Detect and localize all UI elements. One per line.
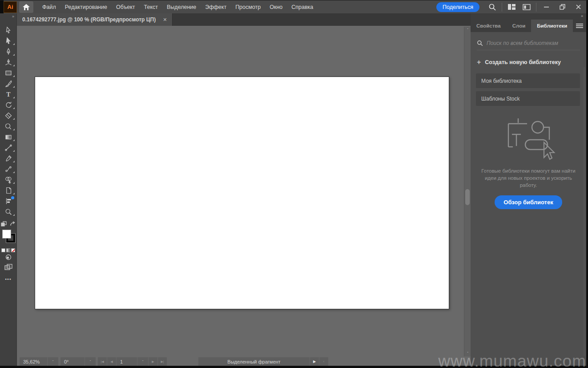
zoom-level-field[interactable]: 35,62% <box>20 357 47 366</box>
screen-mode-button[interactable] <box>0 262 17 272</box>
panel-scrollbar[interactable] <box>584 67 585 356</box>
rotation-dropdown-icon[interactable]: ˇ <box>85 357 96 366</box>
library-search-input[interactable] <box>487 40 576 46</box>
screen-mode-icon <box>4 264 12 271</box>
swap-mini-icon[interactable] <box>1 221 7 227</box>
home-button[interactable] <box>19 1 33 13</box>
width-tool[interactable] <box>0 142 17 153</box>
artboard-dropdown-icon[interactable]: ˇ <box>137 357 148 366</box>
panel-tabs: СвойстваСлоиБиблиотеки <box>471 20 573 32</box>
rotation-field[interactable]: 0° <box>60 357 85 366</box>
menu-item-file[interactable]: Файл <box>38 0 60 14</box>
search-icon <box>477 40 483 46</box>
status-play-icon[interactable]: ▶ <box>310 357 319 366</box>
scrollbar-thumb[interactable] <box>465 189 470 205</box>
workspace-icon <box>523 4 531 10</box>
scroll-down-icon[interactable]: ˇ <box>464 350 471 356</box>
gradient-swatch-button[interactable] <box>6 248 10 252</box>
minimize-button[interactable] <box>538 0 554 14</box>
first-artboard-icon[interactable]: |◀ <box>98 357 107 366</box>
eraser-tool[interactable] <box>0 110 17 121</box>
browse-libraries-button[interactable]: Обзор библиотек <box>495 195 562 209</box>
menu-item-object[interactable]: Объект <box>112 0 140 14</box>
library-search[interactable] <box>477 40 580 50</box>
create-new-library-button[interactable]: + Создать новую библиотеку <box>477 58 580 66</box>
shape-builder-tool[interactable] <box>0 174 17 185</box>
selection-tool[interactable] <box>0 25 17 36</box>
menu-item-window[interactable]: Окно <box>265 0 287 14</box>
next-artboard-icon[interactable]: ▶ <box>149 357 157 366</box>
arrange-documents-icon <box>508 4 516 10</box>
svg-text:T: T <box>6 91 11 98</box>
fill-color-swatch[interactable] <box>2 230 11 239</box>
zoom-tool[interactable] <box>0 206 17 217</box>
library-list: Моя библиотекаШаблоны Stock <box>476 73 580 106</box>
document-title: 0.1674292777.jpg @ 100 % (RGB/Предпросмо… <box>22 16 156 23</box>
fill-stroke-control[interactable] <box>0 230 17 246</box>
illustrator-app-icon[interactable]: Ai <box>4 1 17 13</box>
artboard[interactable] <box>35 77 449 309</box>
status-bar: 35,62% ˇ 0° ˇ |◀ ◀ 1 ˇ ▶ ▶| Выделенный ф… <box>17 357 471 366</box>
menu-item-view[interactable]: Просмотр <box>231 0 265 14</box>
menu-item-help[interactable]: Справка <box>287 0 318 14</box>
artboard-number-field[interactable]: 1 <box>117 357 137 366</box>
expand-toolbar-icon[interactable]: » <box>0 13 16 19</box>
vertical-scrollbar[interactable]: ˆ ˇ <box>464 27 471 356</box>
tab-properties[interactable]: Свойства <box>471 20 507 32</box>
collapse-panels-icon[interactable]: » <box>471 13 586 20</box>
canvas-area[interactable]: ˆ ˇ <box>17 26 471 357</box>
none-swatch-button[interactable] <box>11 248 15 252</box>
scroll-up-icon[interactable]: ˆ <box>464 27 471 33</box>
menu-item-edit[interactable]: Редактирование <box>60 0 112 14</box>
rotate-tool[interactable] <box>0 100 17 110</box>
panel-tab-bar: СвойстваСлоиБиблиотеки <box>471 20 586 32</box>
menu-item-select[interactable]: Выделение <box>162 0 201 14</box>
share-button[interactable]: Поделиться <box>436 2 479 12</box>
close-window-button[interactable] <box>570 0 586 14</box>
workspace-switcher-button[interactable] <box>519 0 534 14</box>
paintbrush-tool[interactable] <box>0 78 17 89</box>
type-tool[interactable]: T <box>0 89 17 100</box>
menu-bar: ФайлРедактированиеОбъектТекстВыделениеЭф… <box>38 0 318 13</box>
menu-item-type[interactable]: Текст <box>140 0 162 14</box>
artboard-tool[interactable] <box>0 185 17 196</box>
libraries-empty-illustration <box>471 117 586 162</box>
color-swatch-button[interactable] <box>1 248 5 252</box>
eyedropper-tool[interactable] <box>0 153 17 164</box>
direct-selection-tool[interactable] <box>0 36 17 46</box>
swap-fill-stroke-icon[interactable] <box>10 221 16 227</box>
graph-tool[interactable] <box>0 196 17 206</box>
gradient-tool[interactable] <box>0 132 17 142</box>
tab-libraries[interactable]: Библиотеки <box>531 20 573 32</box>
scale-tool[interactable] <box>0 121 17 132</box>
window-edge <box>0 0 4 14</box>
arrange-documents-button[interactable] <box>504 0 519 14</box>
library-item-stock-templates[interactable]: Шаблоны Stock <box>476 91 580 106</box>
tools-panel: » T ••• <box>0 13 17 366</box>
drawing-mode-button[interactable] <box>0 252 17 262</box>
panel-menu-button[interactable] <box>573 20 586 32</box>
close-tab-icon[interactable]: ✕ <box>163 17 167 23</box>
create-new-library-label: Создать новую библиотеку <box>485 59 561 65</box>
library-item-my-library[interactable]: Моя библиотека <box>476 73 580 88</box>
search-button[interactable] <box>485 0 500 14</box>
curvature-tool[interactable] <box>0 57 17 68</box>
blend-tool[interactable] <box>0 164 17 174</box>
zoom-dropdown-icon[interactable]: ˇ <box>48 357 58 366</box>
menu-item-effect[interactable]: Эффект <box>201 0 231 14</box>
divider <box>502 3 502 12</box>
previous-artboard-icon[interactable]: ◀ <box>107 357 116 366</box>
rectangle-tool[interactable] <box>0 68 17 78</box>
minimize-icon <box>544 4 549 9</box>
status-back-icon[interactable]: ‹ <box>319 357 328 366</box>
restore-icon <box>560 4 565 10</box>
tab-layers[interactable]: Слои <box>507 20 532 32</box>
document-tab[interactable]: 0.1674292777.jpg @ 100 % (RGB/Предпросмо… <box>17 13 173 26</box>
color-controls: ••• <box>0 220 16 282</box>
title-bar: Ai ФайлРедактированиеОбъектТекстВыделени… <box>0 0 588 13</box>
restore-button[interactable] <box>554 0 570 14</box>
divider <box>536 3 536 12</box>
pen-tool[interactable] <box>0 46 17 57</box>
edit-toolbar-button[interactable]: ••• <box>0 276 16 282</box>
last-artboard-icon[interactable]: ▶| <box>158 357 167 366</box>
